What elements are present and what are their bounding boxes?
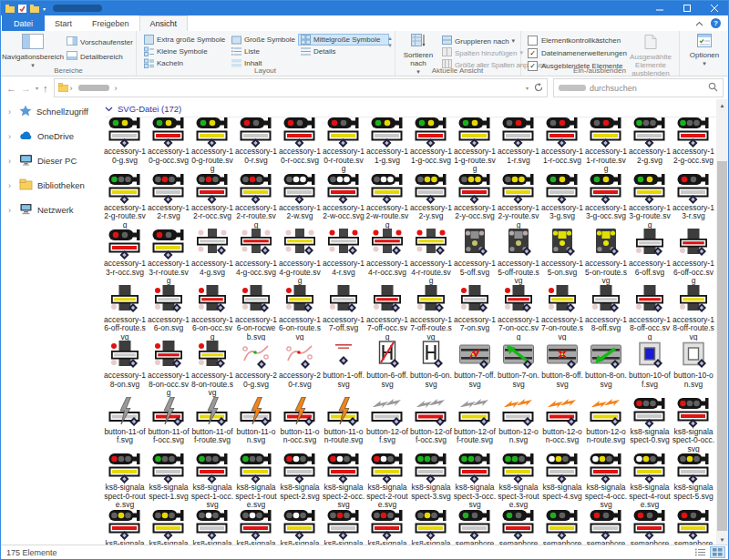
file-item[interactable]: button-7-off.svg <box>453 341 497 397</box>
file-item[interactable]: button-11-on-occ.svg <box>278 397 322 453</box>
file-item[interactable]: accessory-12-r-occ.svg <box>190 173 234 229</box>
file-item[interactable]: accessory-10-g-occ.svg <box>147 117 190 173</box>
add-columns-button[interactable]: Spalten hinzufügen▾ <box>442 47 523 58</box>
file-item[interactable]: semaphore <box>497 509 540 546</box>
file-item[interactable]: button-10-off.svg <box>628 341 672 397</box>
sidebar-item-netzwerk[interactable]: › Netzwerk <box>1 198 101 222</box>
file-item[interactable]: accessory-12-g-occ.svg <box>672 117 715 173</box>
file-item[interactable]: ks8-signala <box>103 509 147 546</box>
expand-chevron-icon[interactable]: › <box>8 107 15 117</box>
file-item[interactable]: accessory-11-r.svg <box>497 117 540 173</box>
view-small-icons[interactable]: Kleine Symbole <box>141 46 229 57</box>
file-item[interactable]: button-12-off.svg <box>365 397 409 453</box>
tab-start[interactable]: Start <box>45 15 82 31</box>
view-details[interactable]: Details <box>298 46 389 57</box>
file-item[interactable]: accessory-12-g-route.svg <box>103 173 147 229</box>
layout-scroll-down-icon[interactable]: ▼ <box>387 43 393 48</box>
maximize-button[interactable] <box>673 1 701 15</box>
file-item[interactable]: accessory-13-r-occ.svg <box>103 229 147 285</box>
expand-chevron-icon[interactable]: › <box>8 157 15 166</box>
file-item[interactable]: accessory-17-on-occ.svg <box>497 285 540 341</box>
file-item[interactable]: accessory-15-on-route.svg <box>584 229 628 285</box>
sidebar-item-schnellzugriff[interactable]: › Schnellzugriff <box>1 99 101 124</box>
file-item[interactable]: accessory-18-on-route.svg <box>190 341 234 397</box>
view-large-icons[interactable]: Große Symbole <box>229 34 298 46</box>
file-item[interactable]: ks8-signalaspect-2-route.svg <box>365 453 409 509</box>
file-item[interactable]: accessory-10-r-occ.svg <box>278 117 322 173</box>
file-item[interactable]: button-11-off.svg <box>103 397 147 453</box>
expand-chevron-icon[interactable]: › <box>8 132 15 141</box>
minimize-button[interactable] <box>646 1 673 15</box>
file-item[interactable]: accessory-16-on-rocweb.svg <box>234 285 278 341</box>
file-item[interactable]: accessory-13-g-occ.svg <box>584 173 628 229</box>
checkbox-filename-extensions[interactable]: ✓ Dateinamenerweiterungen <box>528 48 627 58</box>
tab-datei[interactable]: Datei <box>2 15 45 31</box>
file-item[interactable]: button-12-on.svg <box>497 397 540 453</box>
file-item[interactable]: accessory-16-off-occ.svg <box>672 229 715 285</box>
file-item[interactable]: accessory-16-off.svg <box>628 229 672 285</box>
file-item[interactable]: ks8-signala <box>234 509 278 546</box>
collapse-group-chevron-icon[interactable] <box>105 104 113 114</box>
details-pane-button[interactable]: Detailbereich <box>67 51 123 62</box>
expand-chevron-icon[interactable]: › <box>8 206 15 215</box>
file-item[interactable]: accessory-13-r-route.svg <box>147 229 190 285</box>
file-item[interactable]: accessory-17-off-occ.svg <box>365 285 409 341</box>
file-item[interactable]: accessory-15-off-route.svg <box>497 229 540 285</box>
file-item[interactable]: ks8-signalaspect-3.svg <box>409 453 453 509</box>
file-item[interactable]: button-6-off.svg <box>365 341 409 397</box>
file-item[interactable]: button-11-off-route.svg <box>190 397 234 453</box>
file-item[interactable]: button-7-on.svg <box>497 341 540 397</box>
file-item[interactable]: accessory-12-w-occ.svg <box>322 173 365 229</box>
file-item[interactable]: semaphore <box>584 509 628 546</box>
view-extra-large-icons[interactable]: Extra große Symbole <box>141 34 229 46</box>
file-item[interactable]: accessory-10-r.svg <box>234 117 278 173</box>
file-item[interactable]: ks8-signalaspect-4-route.svg <box>628 453 672 509</box>
file-item[interactable]: accessory-20-g.svg <box>234 341 278 397</box>
file-item[interactable]: accessory-17-on.svg <box>453 285 497 341</box>
file-item[interactable]: accessory-18-off.svg <box>584 285 628 341</box>
details-view-toggle[interactable] <box>693 546 708 558</box>
file-item[interactable]: button-11-off-occ.svg <box>147 397 190 453</box>
checkbox-item-checkboxes[interactable]: Elementkontrollkästchen <box>528 36 627 46</box>
layout-scroll-up-icon[interactable]: ▲ <box>387 36 393 41</box>
view-medium-icons[interactable]: Mittelgroße Symbole <box>298 34 389 46</box>
file-item[interactable]: accessory-11-g-route.svg <box>453 117 497 173</box>
sidebar-item-bibliotheken[interactable]: › Bibliotheken <box>1 173 101 198</box>
file-item[interactable]: accessory-10-g-route.svg <box>190 117 234 173</box>
sidebar-item-dieser-pc[interactable]: › Dieser PC <box>1 148 101 173</box>
file-item[interactable]: accessory-12-g.svg <box>628 117 672 173</box>
file-item[interactable]: ks8-signala <box>190 509 234 546</box>
file-item[interactable]: semaphore <box>628 509 672 546</box>
file-item[interactable]: accessory-12-w-route.svg <box>365 173 409 229</box>
navigation-pane-button[interactable]: Navigationsbereich ▾ <box>6 34 59 69</box>
file-item[interactable]: ks8-signalaspect-0-route.svg <box>103 453 147 509</box>
search-input[interactable]: durchsuchen <box>553 78 724 97</box>
file-item[interactable]: accessory-11-g-occ.svg <box>409 117 453 173</box>
file-item[interactable]: button-11-on-route.svg <box>322 397 365 453</box>
file-item[interactable]: semaphore <box>453 509 497 546</box>
history-dropdown-icon[interactable]: ▾ <box>36 85 38 91</box>
checkbox-checked-icon[interactable]: ✓ <box>528 48 538 58</box>
file-item[interactable]: accessory-15-off.svg <box>453 229 497 285</box>
file-item[interactable]: accessory-12-y.svg <box>409 173 453 229</box>
file-item[interactable]: accessory-18-off-occ.svg <box>628 285 672 341</box>
refresh-icon[interactable] <box>534 83 543 94</box>
help-icon[interactable]: ? <box>711 18 721 28</box>
file-item[interactable]: accessory-13-g-route.svg <box>628 173 672 229</box>
file-item[interactable]: button-11-on.svg <box>234 397 278 453</box>
forward-icon[interactable]: → <box>21 83 31 94</box>
sidebar-item-onedrive[interactable]: › OneDrive <box>1 124 101 148</box>
file-item[interactable]: ks8-signalaspect-0.svg <box>628 397 672 453</box>
file-item[interactable]: accessory-12-r.svg <box>147 173 190 229</box>
vertical-scrollbar[interactable]: ▲ ▼ <box>716 99 728 545</box>
file-item[interactable]: button-12-on-occ.svg <box>540 397 584 453</box>
thumbnail-view-toggle[interactable] <box>710 546 725 558</box>
file-item[interactable]: button-12-off-occ.svg <box>409 397 453 453</box>
file-item[interactable]: accessory-14-r-occ.svg <box>365 229 409 285</box>
scroll-up-icon[interactable]: ▲ <box>716 99 728 111</box>
file-item[interactable]: ks8-signala <box>278 509 322 546</box>
file-item[interactable]: accessory-18-off-route.svg <box>672 285 715 341</box>
file-item[interactable]: ks8-signalaspect-2-occ.svg <box>322 453 365 509</box>
tab-ansicht[interactable]: Ansicht <box>139 15 189 31</box>
qat-dropdown-icon[interactable]: ▾ <box>43 5 46 12</box>
